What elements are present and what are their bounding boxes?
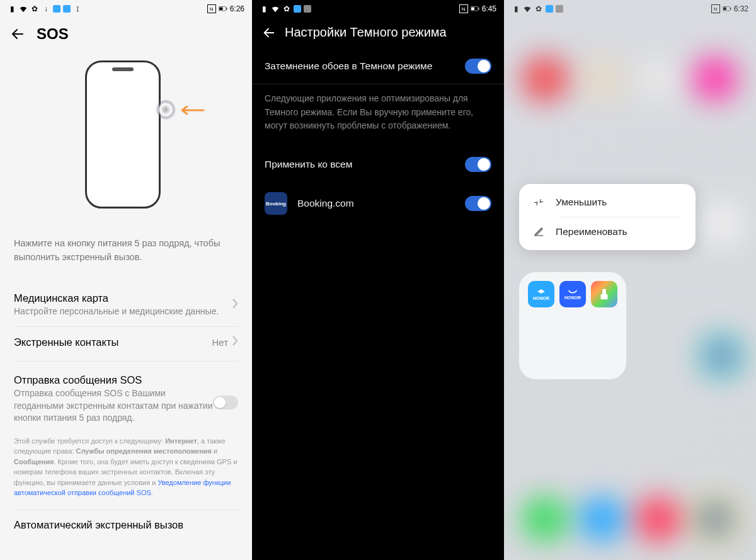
nfc-icon: N	[207, 4, 216, 13]
booking-toggle[interactable]	[465, 196, 491, 211]
gear-icon: ✿	[30, 4, 39, 13]
wifi-icon	[271, 4, 280, 13]
app2-icon	[63, 5, 71, 13]
gear-icon: ✿	[534, 4, 543, 13]
medical-card-row[interactable]: Медицинская карта Настройте персональные…	[0, 283, 252, 327]
back-arrow-icon[interactable]	[10, 26, 25, 42]
chevron-right-icon	[232, 299, 238, 311]
nfc-icon: N	[459, 4, 468, 13]
location-icon: ⟟	[73, 4, 82, 13]
medical-card-title: Медицинская карта	[14, 292, 232, 304]
header: Настройки Темного режима	[252, 18, 504, 49]
status-bar: ▮ ✿ N 6:32	[504, 0, 756, 18]
alert-icon: ▮	[512, 4, 520, 13]
app1-icon	[53, 5, 60, 13]
page-title: Настройки Темного режима	[285, 25, 447, 40]
honor-app-2-icon[interactable]: HONOR	[559, 281, 586, 307]
booking-app-icon: Booking	[265, 192, 287, 215]
header: SOS	[0, 18, 252, 48]
status-bar: ▮ ✿ N 6:45	[252, 0, 504, 18]
app2-icon	[304, 5, 311, 13]
menu-shrink-label: Уменьшить	[556, 197, 607, 208]
menu-shrink[interactable]: Уменьшить	[519, 188, 696, 217]
shrink-icon	[533, 197, 544, 208]
back-arrow-icon[interactable]	[262, 26, 276, 40]
apply-all-toggle[interactable]	[465, 157, 491, 172]
status-bar: ▮ ✿ ↓ ⟟ N 6:26	[0, 0, 252, 18]
wifi-icon	[19, 4, 28, 13]
honor-app-1-icon[interactable]: HONOR	[528, 281, 554, 307]
alert-icon: ▮	[8, 4, 16, 13]
screen-home-folder: ▮ ✿ N 6:32 Уменьшить Переименовать	[504, 0, 756, 560]
sos-send-row: Отправка сообщения SOS Отправка сообщени…	[0, 365, 252, 433]
clock: 6:26	[230, 4, 244, 13]
menu-rename[interactable]: Переименовать	[519, 217, 696, 246]
pencil-icon	[533, 226, 544, 237]
battery-icon	[723, 4, 731, 13]
dim-wallpaper-toggle[interactable]	[465, 59, 491, 74]
phone-illustration	[85, 60, 167, 212]
wifi-icon	[523, 4, 532, 13]
app2-icon	[556, 5, 563, 13]
auto-emergency-title: Автоматический экстренный вызов	[14, 519, 238, 531]
clock: 6:45	[482, 4, 496, 13]
svg-rect-2	[226, 8, 227, 9]
app-name: Booking.com	[297, 197, 456, 210]
sos-send-title: Отправка сообщения SOS	[14, 374, 213, 386]
sos-send-toggle[interactable]	[213, 396, 238, 409]
svg-rect-7	[723, 8, 726, 10]
app1-icon	[294, 5, 301, 13]
page-title: SOS	[37, 25, 69, 43]
screen-dark-mode: ▮ ✿ N 6:45 Настройки Темного режима Зате…	[252, 0, 504, 560]
menu-rename-label: Переименовать	[556, 226, 627, 237]
app1-icon	[546, 5, 553, 13]
battery-icon	[471, 4, 479, 13]
svg-rect-4	[471, 8, 474, 10]
apps-description: Следующие приложения не оптимизированы д…	[252, 84, 504, 147]
instruction-text: Нажмите на кнопку питания 5 раз подряд, …	[0, 237, 252, 265]
app-row-booking: Booking Booking.com	[252, 182, 504, 225]
emergency-contacts-row[interactable]: Экстренные контакты Нет	[0, 327, 252, 357]
battery-icon	[219, 4, 227, 13]
download-icon: ↓	[42, 4, 50, 13]
svg-rect-1	[219, 8, 222, 10]
dim-wallpaper-label: Затемнение обоев в Темном режиме	[265, 59, 432, 73]
sos-send-subtitle: Отправка сообщения SOS с Вашими геоданны…	[14, 387, 213, 425]
app-folder[interactable]: HONOR HONOR	[519, 272, 626, 379]
apply-all-row: Применить ко всем	[252, 147, 504, 182]
nfc-icon: N	[711, 4, 720, 13]
apply-all-label: Применить ко всем	[265, 157, 352, 171]
auto-emergency-row[interactable]: Автоматический экстренный вызов	[0, 510, 252, 540]
svg-rect-8	[730, 8, 731, 9]
themes-app-icon[interactable]	[591, 281, 617, 307]
chevron-right-icon	[232, 336, 238, 348]
dim-wallpaper-row: Затемнение обоев в Темном режиме	[252, 49, 504, 84]
medical-card-subtitle: Настройте персональные и медицинские дан…	[14, 306, 232, 318]
clock: 6:32	[734, 4, 748, 13]
emergency-contacts-value: Нет	[212, 337, 228, 348]
folder-context-menu: Уменьшить Переименовать	[519, 184, 696, 250]
fine-print: Этой службе требуется доступ к следующем…	[0, 433, 252, 510]
alert-icon: ▮	[260, 4, 268, 13]
gear-icon: ✿	[282, 4, 291, 13]
svg-rect-5	[478, 8, 479, 9]
emergency-contacts-title: Экстренные контакты	[14, 336, 212, 348]
screen-sos: ▮ ✿ ↓ ⟟ N 6:26 SOS Нажмите на кнопку пит…	[0, 0, 252, 560]
